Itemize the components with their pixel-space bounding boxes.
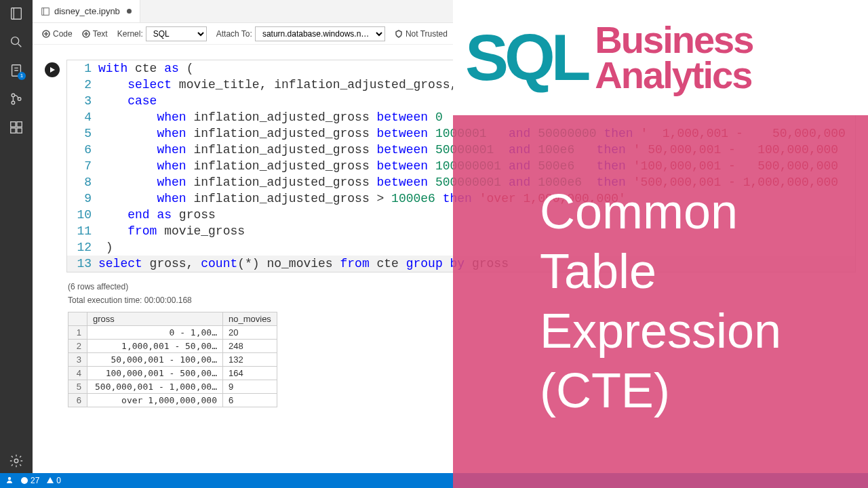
svg-point-1	[12, 37, 19, 45]
svg-point-15	[8, 476, 11, 479]
rows-affected: (6 rows affected)	[68, 282, 856, 291]
table-row[interactable]: 350,000,001 - 100,00…132	[68, 353, 277, 367]
sql-editor[interactable]: 1with cte as (2 select movie_title, infl…	[66, 60, 856, 272]
kernel-select[interactable]: SQL	[146, 26, 207, 41]
kernel-picker: Kernel: SQL	[117, 26, 207, 41]
result-table[interactable]: grossno_movies10 - 1,00…2021,000,001 - 5…	[68, 312, 277, 407]
activity-bar: 1	[0, 0, 33, 488]
error-count[interactable]: 27	[20, 476, 39, 485]
run-cell-button[interactable]	[45, 62, 60, 77]
svg-point-10	[14, 459, 18, 463]
editor-area: disney_cte.ipynb Code Text Kernel: SQL A…	[33, 0, 868, 488]
status-bar: 27 0	[0, 473, 868, 488]
svg-point-3	[12, 94, 15, 97]
settings-gear-icon[interactable]	[8, 453, 24, 469]
svg-rect-9	[17, 128, 22, 133]
svg-rect-7	[17, 122, 22, 127]
execution-time: Total execution time: 00:00:00.168	[68, 296, 856, 305]
output-area: (6 rows affected) Total execution time: …	[68, 282, 856, 407]
add-text-button[interactable]: Text	[82, 29, 108, 39]
svg-rect-11	[42, 7, 50, 15]
search-icon[interactable]	[8, 34, 24, 50]
modified-indicator-icon	[127, 9, 132, 14]
explorer-icon[interactable]	[8, 5, 24, 22]
table-row[interactable]: 6over 1,000,000,0006	[68, 394, 277, 407]
svg-point-4	[12, 101, 15, 104]
code-cell: 1with cte as (2 select movie_title, infl…	[45, 60, 856, 272]
svg-rect-6	[11, 122, 16, 127]
notebook-icon	[41, 7, 50, 16]
svg-rect-0	[12, 8, 22, 20]
tab-bar: disney_cte.ipynb	[33, 0, 868, 23]
source-control-icon[interactable]	[8, 91, 24, 107]
svg-rect-8	[11, 128, 16, 133]
warning-count[interactable]: 0	[46, 476, 61, 485]
notebook-tab[interactable]: disney_cte.ipynb	[33, 0, 140, 22]
table-row[interactable]: 4100,000,001 - 500,00…164	[68, 367, 277, 380]
connections-icon[interactable]: 1	[8, 62, 24, 79]
badge: 1	[18, 72, 26, 80]
add-code-button[interactable]: Code	[42, 29, 73, 39]
table-row[interactable]: 10 - 1,00…20	[68, 326, 277, 340]
attach-picker: Attach To: saturn.database.windows.n…	[216, 26, 385, 41]
user-icon[interactable]	[5, 476, 14, 486]
run-all-button[interactable]: Run	[457, 29, 483, 39]
tab-filename: disney_cte.ipynb	[54, 6, 120, 16]
extensions-icon[interactable]	[8, 119, 24, 136]
notebook-toolbar: Code Text Kernel: SQL Attach To: saturn.…	[33, 23, 868, 45]
trust-button[interactable]: Not Trusted	[395, 29, 448, 39]
table-row[interactable]: 21,000,001 - 50,00…248	[68, 340, 277, 353]
table-row[interactable]: 5500,000,001 - 1,000,00…9	[68, 380, 277, 394]
attach-select[interactable]: saturn.database.windows.n…	[255, 26, 385, 41]
